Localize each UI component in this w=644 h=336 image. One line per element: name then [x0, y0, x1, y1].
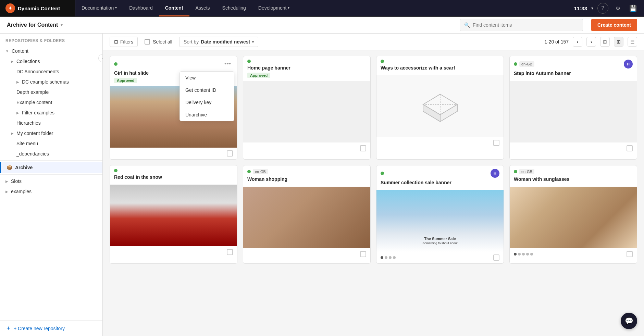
repos-header: Repositories & folders — [0, 34, 102, 46]
card-checkbox[interactable] — [227, 150, 233, 157]
card-image-red-coat — [110, 185, 237, 246]
card-checkbox[interactable] — [627, 251, 633, 257]
content-card-red-coat-in-the-snow[interactable]: Red coat in the snow — [110, 165, 237, 264]
dropdown-item-delivery-key[interactable]: Delivery key — [180, 96, 234, 109]
content-card-woman-with-sunglasses[interactable]: en-GB Woman with sunglasses — [509, 165, 637, 264]
sidebar-item-site-menu[interactable]: Site menu — [0, 138, 102, 149]
chevron-right-icon: ▶ — [16, 111, 19, 115]
nav-item-development[interactable]: Development ▾ — [252, 0, 296, 16]
sidebar-item-slots[interactable]: ▶ Slots — [0, 176, 102, 186]
nav-items: Documentation ▾ Dashboard Content Assets… — [75, 0, 569, 16]
chevron-down-icon: ▾ — [252, 40, 254, 44]
sub-header: Archive for Content ▾ 🔍 Create content — [0, 17, 644, 34]
chevron-right-icon: ▶ — [11, 60, 14, 63]
sidebar-item-hierarchies[interactable]: Hierarchies — [0, 118, 102, 128]
grid-view-button[interactable]: ⊞ — [614, 37, 623, 47]
content-card-ways-to-accessorize[interactable]: Ways to accessorize with a scarf — [376, 56, 504, 160]
card-checkbox[interactable] — [227, 249, 233, 255]
card-image-woman-shopping — [243, 187, 370, 248]
sidebar-item-my-content-folder[interactable]: ▶ My content folder — [0, 128, 102, 138]
sidebar-item-label: Archive — [15, 165, 33, 170]
sidebar-item-archive[interactable]: 📦 Archive — [0, 162, 102, 173]
dot-icon — [247, 170, 251, 173]
card-title: Woman shopping — [247, 176, 366, 182]
dot-icon — [381, 60, 384, 63]
filter-icon: ⊟ — [114, 39, 118, 45]
dropdown-item-unarchive[interactable]: Unarchive — [180, 109, 234, 121]
dropdown-item-get-content-id[interactable]: Get content ID — [180, 84, 234, 96]
chevron-right-icon: ▶ — [11, 132, 14, 135]
sidebar-item-example-content[interactable]: Example content — [0, 97, 102, 108]
svg-marker-4 — [423, 104, 440, 122]
nav-item-dashboard[interactable]: Dashboard — [123, 0, 159, 16]
sidebar-item-dependancies[interactable]: _dependancies — [0, 149, 102, 159]
sort-button[interactable]: Sort by Date modified newest ▾ — [179, 37, 258, 47]
nav-item-documentation[interactable]: Documentation ▾ — [75, 0, 123, 16]
card-checkbox[interactable] — [493, 254, 499, 261]
main-layout: ‹ Repositories & folders ▼ Content ▶ Col… — [0, 34, 644, 336]
card-checkbox[interactable] — [360, 145, 366, 151]
save-button[interactable]: 💾 — [628, 3, 639, 14]
sidebar-item-collections[interactable]: ▶ Collections — [0, 56, 102, 66]
search-bar: 🔍 — [460, 19, 583, 31]
nav-right: 11:33 ▾ ? ⚙ 💾 — [569, 0, 644, 16]
chat-button[interactable]: 💬 — [621, 313, 637, 329]
nav-item-scheduling[interactable]: Scheduling — [216, 0, 252, 16]
sidebar-item-label: Content — [12, 48, 28, 54]
settings-button[interactable]: ⚙ — [612, 3, 623, 14]
locale-badge: en-GB — [519, 61, 534, 67]
sidebar-item-dc-announcements[interactable]: DC Announcements — [0, 66, 102, 77]
plus-icon: ＋ — [5, 325, 11, 332]
next-page-button[interactable]: › — [586, 37, 596, 47]
sidebar-item-content[interactable]: ▼ Content — [0, 46, 102, 56]
content-card-step-into-autumn-banner[interactable]: en-GB H Step into Autumn banner — [509, 56, 637, 160]
dropdown-item-view[interactable]: View — [180, 72, 234, 84]
approved-badge: Approved — [247, 73, 270, 78]
card-image-woman-sunglasses — [510, 187, 637, 248]
select-all-button[interactable]: Select all — [142, 37, 175, 47]
archive-icon: 📦 — [7, 165, 12, 170]
sidebar: ‹ Repositories & folders ▼ Content ▶ Col… — [0, 34, 103, 336]
chevron-right-icon: ▶ — [5, 179, 8, 183]
sidebar-item-label: DC example schemas — [22, 79, 69, 85]
content-card-woman-shopping[interactable]: en-GB Woman shopping — [243, 165, 371, 264]
sidebar-item-examples[interactable]: ▶ examples — [0, 186, 102, 197]
card-menu-button[interactable]: ••• — [222, 60, 233, 68]
sidebar-item-dc-example-schemas[interactable]: ▶ DC example schemas — [0, 77, 102, 87]
create-new-repository-button[interactable]: ＋ + Create new repository — [0, 320, 102, 336]
card-title: Red coat in the snow — [114, 174, 233, 180]
nav-logo: ✦ Dynamic Content — [0, 0, 75, 16]
nav-item-assets[interactable]: Assets — [189, 0, 216, 16]
svg-marker-3 — [440, 104, 457, 122]
chevron-right-icon: ▶ — [16, 80, 19, 84]
select-all-checkbox[interactable] — [145, 39, 150, 45]
content-card-girl-in-hat-slide[interactable]: ••• Girl in hat slide Approved — [110, 56, 237, 160]
help-button[interactable]: ? — [597, 3, 608, 14]
locale-badge: en-GB — [519, 169, 534, 174]
content-card-home-page-banner[interactable]: Home page banner Approved — [243, 56, 371, 160]
sidebar-item-label: Example content — [16, 100, 52, 105]
approved-badge: Approved — [114, 78, 137, 83]
sidebar-item-depth-example[interactable]: Depth example — [0, 87, 102, 97]
dot-icon — [114, 169, 117, 172]
dot-icon — [514, 62, 517, 66]
nav-item-content[interactable]: Content — [159, 0, 189, 16]
sidebar-item-filter-examples[interactable]: ▶ Filter examples — [0, 108, 102, 118]
breadcrumb: Archive for Content — [7, 22, 58, 28]
card-checkbox[interactable] — [493, 140, 499, 146]
create-content-button[interactable]: Create content — [591, 19, 637, 31]
content-grid: ••• Girl in hat slide Approved — [103, 50, 644, 336]
prev-page-button[interactable]: ‹ — [573, 37, 582, 47]
card-image-summer-sale: The Summer SaleSomething to shout about — [376, 190, 504, 252]
card-checkbox[interactable] — [627, 145, 633, 151]
filters-button[interactable]: ⊟ Filters — [110, 37, 138, 47]
dot-icon — [114, 62, 117, 66]
search-input[interactable] — [473, 22, 579, 28]
filter-options-button[interactable]: ⊞ — [600, 37, 610, 47]
chevron-down-icon: ▾ — [591, 6, 593, 11]
card-title: Step into Autumn banner — [514, 71, 633, 76]
list-view-button[interactable]: ☰ — [628, 37, 637, 47]
card-checkbox[interactable] — [360, 251, 366, 257]
content-card-summer-collection-sale-banner[interactable]: H Summer collection sale banner The Summ… — [376, 165, 504, 264]
chevron-down-icon: ▾ — [288, 6, 289, 10]
